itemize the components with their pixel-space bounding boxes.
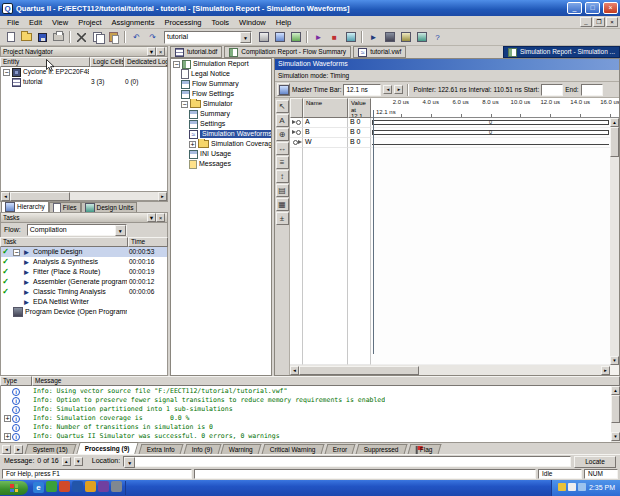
messages-tab-suppressed[interactable]: Suppressed [356, 444, 408, 454]
menu-file[interactable]: File [2, 17, 24, 28]
tab-scroll-right-icon[interactable]: ► [14, 445, 23, 454]
messages-tab-flag[interactable]: Flag [408, 444, 442, 454]
start-button[interactable] [0, 481, 28, 495]
menu-processing[interactable]: Processing [159, 17, 206, 28]
menu-window[interactable]: Window [234, 17, 271, 28]
quick-launch-button[interactable] [85, 481, 96, 494]
dock-menu-icon[interactable]: ▼ [147, 213, 156, 222]
snap-button[interactable]: ▤ [276, 184, 289, 197]
message-row[interactable]: +iInfo: Simulation coverage is 0.0 % [1, 414, 611, 423]
tab-scroll-left-icon[interactable]: ◄ [2, 445, 11, 454]
signal-waveform[interactable]: 0 [371, 118, 610, 128]
messages-tab-processing-9-[interactable]: Processing (9) [76, 442, 138, 454]
report-tree-item[interactable]: Messages [171, 159, 271, 169]
report-tree-item[interactable]: Summary [171, 109, 271, 119]
time-bar-tool-button[interactable] [277, 83, 290, 96]
report-tree-item[interactable]: Legal Notice [171, 69, 271, 79]
signal-row[interactable]: AB 00 [290, 118, 610, 128]
scroll-track[interactable] [610, 127, 619, 356]
master-time-bar-marker[interactable] [373, 110, 374, 354]
minimize-button[interactable]: _ [567, 2, 582, 14]
scroll-thumb[interactable] [611, 395, 620, 423]
close-icon[interactable]: × [156, 213, 165, 222]
message-row[interactable]: iInfo: Using vector source file "F:/EECT… [1, 387, 611, 396]
expand-icon[interactable]: + [4, 415, 11, 422]
scroll-right-icon[interactable]: ► [601, 366, 610, 375]
quick-launch-button[interactable] [72, 481, 83, 494]
messages-tab-system-15-[interactable]: System (15) [25, 444, 77, 454]
scroll-right-icon[interactable]: ► [158, 192, 167, 201]
zoom-tool-button[interactable]: ⊕ [276, 128, 289, 141]
document-tab[interactable]: Simulation Report - Simulation ... [503, 46, 620, 58]
open-file-button[interactable] [19, 30, 34, 44]
tab-design-units[interactable]: Design Units [81, 202, 138, 212]
mdi-minimize-button[interactable]: _ [580, 17, 592, 27]
tab-files[interactable]: Files [49, 202, 81, 212]
mdi-restore-button[interactable]: ❐ [593, 17, 605, 27]
column-header[interactable]: Dedicated Logic [124, 57, 168, 67]
pan-tool-button[interactable]: ↔ [276, 142, 289, 155]
message-row[interactable]: iInfo: Number of transitions in simulati… [1, 423, 611, 432]
report-tree-item[interactable]: ≈Simulation Waveforms [171, 129, 271, 139]
redo-button[interactable]: ↷ [145, 30, 160, 44]
collapse-icon[interactable]: − [173, 61, 180, 68]
menu-project[interactable]: Project [73, 17, 106, 28]
master-time-bar-field[interactable]: 12.1 ns [343, 84, 381, 96]
chevron-down-icon[interactable]: ▼ [240, 32, 251, 43]
programmer-button[interactable] [382, 30, 397, 44]
task-row[interactable]: ✓►Fitter (Place & Route)00:00:19 [1, 267, 167, 277]
tray-shield-button[interactable] [558, 483, 566, 493]
waveform-vscrollbar[interactable]: ▲ ▼ [610, 118, 619, 365]
pin-planner-button[interactable] [288, 30, 303, 44]
scroll-up-icon[interactable]: ▲ [610, 118, 619, 127]
message-row[interactable]: +iInfo: Quartus II Simulator was success… [1, 432, 611, 441]
scroll-thumb[interactable] [299, 366, 419, 375]
time-bar-left-icon[interactable]: ◄ [383, 85, 392, 94]
scroll-thumb[interactable] [10, 192, 70, 201]
scroll-up-icon[interactable]: ▲ [611, 386, 620, 395]
scroll-down-icon[interactable]: ▼ [611, 432, 620, 441]
message-row[interactable]: iInfo: Simulation partitioned into 1 sub… [1, 405, 611, 414]
time-bar-tool-button[interactable]: ↕ [276, 170, 289, 183]
menu-edit[interactable]: Edit [24, 17, 47, 28]
task-row[interactable]: Program Device (Open Programmer) [1, 307, 167, 317]
column-header[interactable]: Logic Cells [90, 57, 124, 67]
task-row[interactable]: ✓►Assembler (Generate programming files)… [1, 277, 167, 287]
close-button[interactable]: × [603, 2, 618, 14]
help-button[interactable]: ? [430, 30, 445, 44]
column-header[interactable]: Task [0, 237, 128, 247]
close-icon[interactable]: × [156, 47, 165, 56]
signal-waveform[interactable]: 0 [371, 128, 610, 138]
undo-button[interactable]: ↶ [129, 30, 144, 44]
report-tree-item[interactable]: Flow Settings [171, 89, 271, 99]
waveform-hscrollbar[interactable]: ◄ ► [290, 365, 610, 375]
save-button[interactable] [35, 30, 50, 44]
menu-view[interactable]: View [47, 17, 73, 28]
task-row[interactable]: ✓►Classic Timing Analysis00:00:06 [1, 287, 167, 297]
selection-tool-button[interactable]: ↖ [276, 100, 289, 113]
task-row[interactable]: ►EDA Netlist Writer [1, 297, 167, 307]
new-file-button[interactable] [3, 30, 18, 44]
scroll-thumb[interactable] [610, 127, 619, 157]
end-field[interactable] [581, 84, 603, 96]
time-ruler[interactable]: 2.0 us4.0 us6.0 us8.0 us10.0 us12.0 us14… [371, 98, 619, 118]
location-combo[interactable]: ▼ [123, 456, 571, 467]
flow-selector[interactable]: Compilation ▼ [27, 224, 127, 236]
compress-button[interactable]: ± [276, 212, 289, 225]
maximize-button[interactable]: □ [585, 2, 600, 14]
start-compilation-button[interactable]: ► [311, 30, 326, 44]
project-navigator-hscrollbar[interactable]: ◄ ► [0, 192, 168, 201]
menu-assignments[interactable]: Assignments [107, 17, 160, 28]
netlist-viewer-button[interactable] [414, 30, 429, 44]
quick-launch-button[interactable] [111, 481, 122, 494]
message-row[interactable]: iInfo: Option to preserve fewer signal t… [1, 396, 611, 405]
collapse-icon[interactable]: − [3, 69, 10, 76]
tab-hierarchy[interactable]: Hierarchy [1, 201, 49, 212]
text-tool-button[interactable]: A [276, 114, 289, 127]
messages-tab-error[interactable]: Error [324, 444, 355, 454]
signal-waveform[interactable] [371, 138, 610, 148]
tray-network-button[interactable] [578, 483, 586, 493]
menu-tools[interactable]: Tools [207, 17, 235, 28]
report-tree-item[interactable]: Flow Summary [171, 79, 271, 89]
quick-launch-button[interactable] [98, 481, 109, 494]
